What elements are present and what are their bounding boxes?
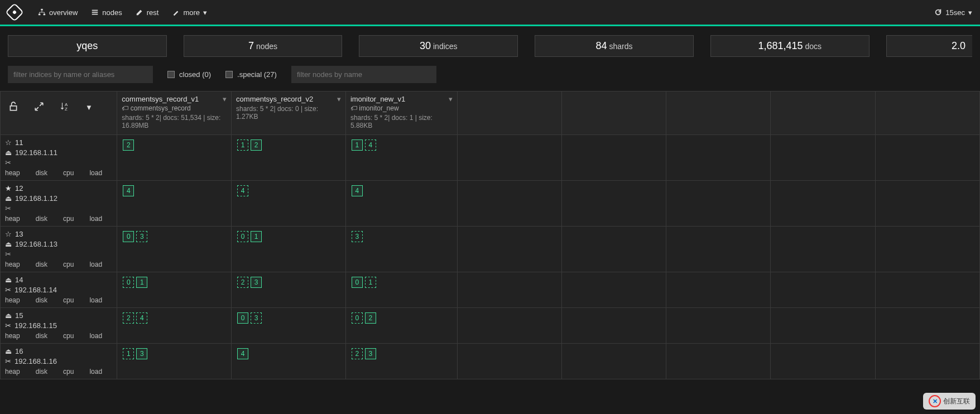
- shard-replica[interactable]: 4: [237, 185, 248, 196]
- stat-docs[interactable]: 1,681,415 docs: [710, 35, 869, 57]
- shard-replica[interactable]: 0: [123, 277, 134, 288]
- node-name: ☆ 13: [5, 230, 112, 238]
- node-cell[interactable]: ☆ 11⏏ 192.168.1.11✂heapdiskcpuload: [1, 135, 117, 181]
- disk-label: disk: [36, 296, 47, 304]
- shard-replica[interactable]: 4: [365, 139, 376, 151]
- node-ip: ⏏ 192.168.1.13: [5, 240, 112, 248]
- caret-down-icon[interactable]: ▾: [449, 95, 453, 103]
- navbar: overview nodes rest more ▾ 15sec ▾: [0, 0, 980, 25]
- shard-replica[interactable]: 3: [251, 312, 262, 324]
- shard-primary[interactable]: 1: [352, 139, 363, 151]
- shard-replica[interactable]: 1: [123, 348, 134, 359]
- special-label: .special (27): [237, 70, 277, 79]
- shard-primary[interactable]: 1: [251, 231, 262, 242]
- empty-cell: [771, 181, 875, 227]
- shard-replica[interactable]: 2: [123, 312, 134, 324]
- disk-icon: ⏏: [5, 311, 12, 320]
- stat-nodes[interactable]: 7 nodes: [184, 35, 343, 57]
- lock-icon[interactable]: [8, 102, 18, 113]
- shard-replica[interactable]: 1: [365, 277, 376, 288]
- shard-primary[interactable]: 3: [136, 348, 147, 359]
- caret-down-icon[interactable]: ▾: [337, 95, 341, 103]
- closed-label: closed (0): [179, 70, 211, 79]
- index-header[interactable]: commentsys_record_v2shards: 5 * 2| docs:…: [232, 92, 346, 135]
- load-label: load: [89, 169, 102, 177]
- expand-icon[interactable]: [34, 102, 44, 113]
- shard-replica[interactable]: 0: [352, 312, 363, 324]
- empty-cell: [666, 272, 771, 308]
- filter-nodes-input[interactable]: [291, 66, 436, 83]
- node-ip: ✂ 192.168.1.16: [5, 357, 112, 365]
- star-icon: ☆: [5, 230, 12, 238]
- shard-primary[interactable]: 1: [136, 277, 147, 288]
- stat-size[interactable]: 2.0: [886, 35, 972, 57]
- empty-cell: [666, 308, 771, 344]
- shard-primary[interactable]: 2: [365, 312, 376, 324]
- disk-label: disk: [36, 215, 47, 223]
- shard-primary[interactable]: 3: [251, 277, 262, 288]
- caret-down-icon[interactable]: ▾: [223, 95, 227, 103]
- closed-checkbox[interactable]: closed (0): [167, 70, 211, 79]
- nav-rest[interactable]: rest: [136, 8, 159, 17]
- nav-nodes[interactable]: nodes: [91, 8, 122, 17]
- shard-primary[interactable]: 0: [237, 312, 248, 324]
- stat-indices[interactable]: 30 indices: [359, 35, 518, 57]
- shard-primary[interactable]: 4: [123, 185, 134, 196]
- disk-icon: ⏏: [5, 148, 12, 157]
- empty-cell: [875, 272, 979, 308]
- node-name: ★ 12: [5, 184, 112, 192]
- cpu-label: cpu: [63, 215, 74, 223]
- node-cell[interactable]: ⏏ 15✂ 192.168.1.15heapdiskcpuload: [1, 308, 117, 344]
- filter-indices-input[interactable]: [8, 66, 153, 83]
- index-header-empty: [666, 92, 771, 135]
- heap-label: heap: [5, 261, 20, 268]
- empty-cell: [771, 308, 875, 344]
- empty-cell: [771, 227, 875, 272]
- node-cell[interactable]: ★ 12⏏ 192.168.1.12✂heapdiskcpuload: [1, 181, 117, 227]
- stat-shards[interactable]: 84 shards: [535, 35, 694, 57]
- nav-overview[interactable]: overview: [38, 8, 78, 17]
- shard-replica[interactable]: 3: [136, 231, 147, 242]
- caret-down-icon[interactable]: ▼: [85, 103, 93, 112]
- node-cell[interactable]: ⏏ 16✂ 192.168.1.16heapdiskcpuload: [1, 344, 117, 379]
- shard-cell: 23: [232, 272, 346, 308]
- load-label: load: [89, 368, 102, 376]
- shard-replica[interactable]: 2: [237, 277, 248, 288]
- shard-replica[interactable]: 2: [352, 348, 363, 359]
- crop-icon: ✂: [5, 286, 11, 294]
- index-header[interactable]: imonitor_new_v1🏷 imonitor_newshards: 5 *…: [345, 92, 457, 135]
- special-checkbox[interactable]: .special (27): [225, 70, 277, 79]
- heap-label: heap: [5, 332, 20, 340]
- shard-primary[interactable]: 0: [352, 277, 363, 288]
- caret-down-icon: ▾: [203, 8, 207, 17]
- shard-primary[interactable]: 0: [123, 231, 134, 242]
- node-cell[interactable]: ⏏ 14✂ 192.168.1.14heapdiskcpuload: [1, 272, 117, 308]
- empty-cell: [457, 135, 561, 181]
- shard-primary[interactable]: 2: [251, 139, 262, 151]
- shard-primary[interactable]: 2: [123, 139, 134, 151]
- crop-icon: ✂: [5, 204, 112, 213]
- shard-primary[interactable]: 4: [237, 348, 248, 359]
- index-header-empty: [875, 92, 979, 135]
- shard-cell: 23: [345, 344, 457, 379]
- empty-cell: [875, 135, 979, 181]
- crop-icon: ✂: [5, 158, 112, 167]
- shard-replica[interactable]: 4: [136, 312, 147, 324]
- node-row: ⏏ 14✂ 192.168.1.14heapdiskcpuload012301: [1, 272, 980, 308]
- shard-primary[interactable]: 4: [352, 185, 363, 196]
- stat-cluster[interactable]: yqes: [8, 35, 167, 57]
- shard-replica[interactable]: 0: [237, 231, 248, 242]
- sort-az-icon[interactable]: AZ: [60, 102, 70, 113]
- shard-replica[interactable]: 1: [237, 139, 248, 151]
- shard-cell: 4: [345, 181, 457, 227]
- node-stats: heapdiskcpuload: [5, 332, 112, 340]
- shard-primary[interactable]: 3: [365, 348, 376, 359]
- refresh-control[interactable]: 15sec ▾: [934, 8, 972, 17]
- node-cell[interactable]: ☆ 13⏏ 192.168.1.13✂heapdiskcpuload: [1, 227, 117, 272]
- filter-row: closed (0) .special (27): [0, 66, 980, 91]
- index-header[interactable]: commentsys_record_v1🏷 commentsys_records…: [117, 92, 232, 135]
- shard-replica[interactable]: 3: [352, 231, 363, 242]
- disk-label: disk: [36, 261, 47, 268]
- nav-more[interactable]: more ▾: [172, 8, 207, 17]
- node-row: ☆ 13⏏ 192.168.1.13✂heapdiskcpuload03013: [1, 227, 980, 272]
